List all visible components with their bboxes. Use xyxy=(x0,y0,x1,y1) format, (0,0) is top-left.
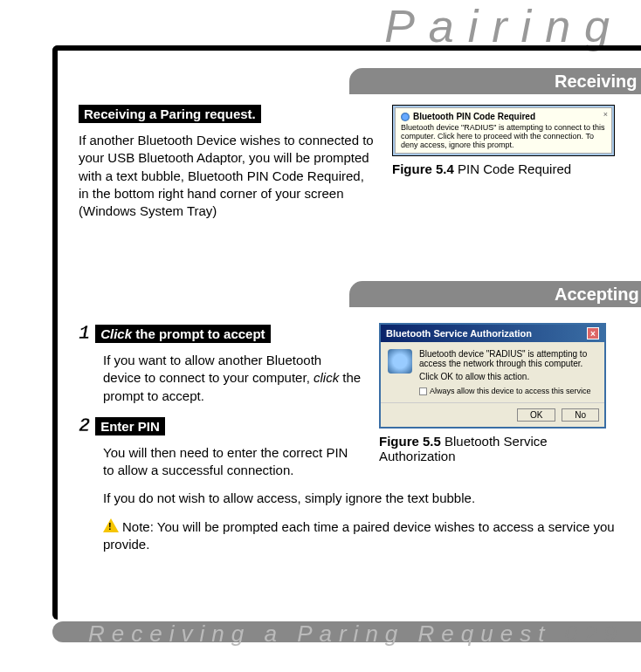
step-2-label: Enter PIN xyxy=(95,417,165,435)
figure-5-4: Bluetooth PIN Code Required × Bluetooth … xyxy=(392,105,615,156)
dialog-title-text: Bluetooth Service Authorization xyxy=(386,328,532,339)
left-border-decoration xyxy=(52,45,58,620)
dialog-no-button: No xyxy=(562,408,599,422)
bluetooth-icon xyxy=(388,349,412,374)
dialog-checkbox-row: Always allow this device to access this … xyxy=(419,387,597,395)
section2-content: 1 Click the prompt to accept If you want… xyxy=(79,323,615,564)
bubble-title-text: Bluetooth PIN Code Required xyxy=(413,112,535,121)
close-icon: × xyxy=(603,110,608,119)
step-1-body: If you want to allow another Bluetooth d… xyxy=(103,352,362,405)
step-1-body-pre: If you want to allow another Bluetooth d… xyxy=(103,353,321,385)
footer-text: Receiving a Paring Request 029 xyxy=(88,621,624,648)
step-1-label-italic: Click xyxy=(100,326,132,341)
pin-code-bubble: Bluetooth PIN Code Required × Bluetooth … xyxy=(395,107,612,154)
step-2-number: 2 xyxy=(79,415,90,437)
figure-5-4-caption: Figure 5.4 PIN Code Required xyxy=(392,161,615,176)
dialog-body-text-2: Click OK to allow this action. xyxy=(419,372,597,381)
step-1-label: Click the prompt to accept xyxy=(95,325,270,343)
dialog-body-text: Bluetooth device "RADIUS" is attempting … xyxy=(419,349,597,368)
note-row: Note: You will be prompted each time a p… xyxy=(103,518,615,554)
section1-label: Receiving a Paring request. xyxy=(79,105,261,123)
page-number: 029 xyxy=(565,621,624,647)
figure-5-5-caption: Figure 5.5 Bluetooth Service Authorizati… xyxy=(379,434,615,463)
footer-label: Receiving a Paring Request xyxy=(88,621,565,647)
info-icon xyxy=(401,113,410,121)
checkbox-icon xyxy=(419,387,427,395)
figure-5-5-dialog: Bluetooth Service Authorization × Blueto… xyxy=(379,323,606,429)
dialog-checkbox-label: Always allow this device to access this … xyxy=(430,387,591,395)
page-title: Pairing xyxy=(384,0,624,52)
section1-body: If another Bluetooth Device wishes to co… xyxy=(79,132,375,220)
section1-content: Receiving a Paring request. If another B… xyxy=(79,105,615,230)
top-border-decoration xyxy=(52,45,641,51)
step-2-body: You will then need to enter the correct … xyxy=(103,444,362,480)
dialog-close-icon: × xyxy=(587,327,599,339)
section-header-receiving: Receiving a Pariring xyxy=(349,68,641,94)
section-header-accepting: Accepting a Pairing xyxy=(349,281,641,307)
step-1-label-rest: the prompt to accept xyxy=(132,326,265,341)
figure-5-4-number: Figure 5.4 xyxy=(392,161,454,176)
ignore-text: If you do not wish to allow access, simp… xyxy=(103,490,615,507)
bubble-body-text: Bluetooth device "RADIUS" is attempting … xyxy=(401,123,606,149)
warning-icon xyxy=(103,518,119,532)
note-text: Note: You will be prompted each time a p… xyxy=(103,519,615,552)
figure-5-4-text: PIN Code Required xyxy=(454,161,571,176)
step-1-body-italic: click xyxy=(314,370,339,385)
figure-5-5-number: Figure 5.5 xyxy=(379,434,441,449)
step-1-number: 1 xyxy=(79,323,90,345)
dialog-ok-button: OK xyxy=(517,408,555,422)
